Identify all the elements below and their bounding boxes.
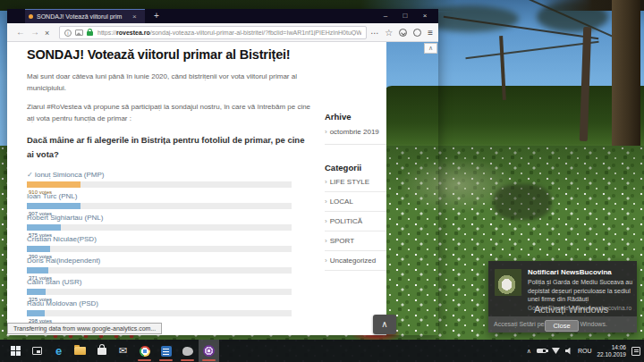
sidebar-archive-title: Arhive bbox=[325, 112, 386, 122]
desktop: SONDAJ! Votează viitorul prim × + – □ × … bbox=[0, 0, 644, 362]
start-button[interactable] bbox=[5, 340, 26, 362]
poll-option: Doris Rai(independent) 371 votes bbox=[27, 257, 292, 274]
poll-option-label[interactable]: Doris Rai(independent) bbox=[27, 257, 292, 265]
sidebar-category-link[interactable]: ›Uncategorized bbox=[325, 251, 386, 271]
windows-logo-icon bbox=[11, 346, 21, 356]
sidebar-category-link[interactable]: ›POLITICĂ bbox=[325, 212, 386, 232]
vote-count: 910 votes bbox=[27, 189, 52, 196]
account-icon[interactable] bbox=[413, 29, 421, 37]
tab-close-icon[interactable]: × bbox=[132, 13, 137, 21]
taskbar-store-button[interactable] bbox=[91, 340, 112, 362]
back-to-top-button[interactable]: ∧ bbox=[373, 315, 396, 334]
pocket-icon[interactable] bbox=[399, 29, 407, 37]
vote-count: 390 votes bbox=[27, 254, 52, 260]
poll-result-bar: 907 votes bbox=[27, 203, 292, 209]
window-minimize-button[interactable]: – bbox=[376, 9, 395, 23]
site-info-icon[interactable]: i bbox=[64, 29, 72, 37]
tor-browser-icon bbox=[203, 345, 215, 357]
stop-button[interactable]: × bbox=[45, 28, 49, 38]
new-tab-button[interactable]: + bbox=[150, 10, 163, 22]
article-paragraph: Ziarul #RoVestea vă propune să participa… bbox=[27, 101, 311, 124]
notification-body: Poliția și Garda de Mediu Suceava au dep… bbox=[528, 278, 633, 304]
forward-button[interactable]: → bbox=[30, 27, 39, 38]
sidebar-category-link[interactable]: ›SPORT bbox=[325, 232, 386, 251]
window-maximize-button[interactable]: □ bbox=[395, 9, 415, 23]
address-bar[interactable]: i https://rovestea.ro/sondaj-voteaza-vii… bbox=[59, 26, 367, 39]
notification-title: Notificari NewsBucovina bbox=[528, 268, 631, 276]
notification-center-icon[interactable] bbox=[631, 347, 640, 356]
poll-option-label[interactable]: Cristian Niculae(PSD) bbox=[27, 235, 292, 244]
taskbar-app2-button[interactable] bbox=[177, 340, 198, 362]
shopping-bag-icon bbox=[97, 348, 106, 355]
tray-expand-icon[interactable]: ∧ bbox=[527, 348, 531, 355]
permission-media-icon[interactable] bbox=[75, 29, 83, 36]
system-tray: ∧ ROU 14:0622.10.2019 bbox=[527, 344, 644, 358]
taskbar-clock[interactable]: 14:0622.10.2019 bbox=[597, 344, 626, 358]
taskbar-explorer-button[interactable] bbox=[70, 340, 90, 362]
taskbar-edge-button[interactable]: e bbox=[48, 340, 69, 362]
bookmark-star-icon[interactable]: ☆ bbox=[385, 29, 393, 38]
battery-icon[interactable] bbox=[537, 349, 547, 353]
taskbar-apps: e ✉ bbox=[0, 340, 219, 362]
browser-status-bar: Transferring data from www.google-analyt… bbox=[7, 323, 162, 334]
poll-option-label[interactable]: Robert Sighiartau (PNL) bbox=[27, 214, 292, 223]
https-lock-icon[interactable] bbox=[87, 31, 93, 36]
poll-option-label[interactable]: ✓Ionuț Simionca (PMP) bbox=[27, 171, 292, 180]
task-view-button[interactable] bbox=[27, 340, 47, 362]
article-title: SONDAJ! Votează viitorul primar al Bistr… bbox=[27, 47, 379, 63]
taskbar-app1-button[interactable] bbox=[156, 340, 176, 362]
chevron-right-icon: › bbox=[325, 217, 327, 225]
poll-results: ✓Ionuț Simionca (PMP) 910 votes Ioan Tur… bbox=[27, 171, 292, 316]
window-controls: – □ × bbox=[376, 9, 435, 23]
url-domain: rovestea.ro bbox=[116, 29, 150, 36]
poll-result-bar: 390 votes bbox=[27, 246, 292, 252]
navigation-bar: ← → × i https://rovestea.ro/sondaj-votea… bbox=[7, 23, 438, 42]
tab-bar: SONDAJ! Votează viitorul prim × + – □ × bbox=[7, 9, 438, 23]
vote-count: 371 votes bbox=[27, 275, 52, 282]
taskbar-chrome-button[interactable] bbox=[134, 340, 155, 362]
activate-windows-watermark: Activați Windows bbox=[534, 304, 608, 315]
chevron-right-icon: › bbox=[325, 198, 327, 206]
wifi-icon[interactable] bbox=[552, 348, 560, 354]
language-indicator[interactable]: ROU bbox=[578, 348, 592, 354]
poll-option-label[interactable]: Călin Stan (USR) bbox=[27, 278, 292, 287]
wallpaper-tree-trunk bbox=[612, 0, 640, 170]
window-close-button[interactable]: × bbox=[415, 9, 435, 23]
taskbar-tor-button[interactable] bbox=[199, 340, 219, 362]
toolbar-actions: ⋯ ☆ ≡ bbox=[370, 27, 433, 38]
sidebar-archive-link[interactable]: ›octombrie 2019 bbox=[325, 128, 386, 136]
divider bbox=[325, 144, 386, 145]
url-path: /sondaj-voteaza-viitorul-primar-al-bistr… bbox=[150, 29, 361, 36]
gray-app-icon bbox=[182, 347, 193, 356]
sidebar-categories-title: Categorii bbox=[325, 163, 386, 173]
chevron-right-icon: › bbox=[325, 257, 327, 265]
page-actions-icon[interactable]: ⋯ bbox=[370, 29, 378, 38]
folder-icon bbox=[74, 347, 86, 355]
clock-time: 14:06 bbox=[612, 344, 626, 350]
url-text: https://rovestea.ro/sondaj-voteaza-viito… bbox=[97, 29, 361, 36]
scrollbar-up-arrow[interactable]: ∧ bbox=[424, 43, 437, 54]
sidebar-category-link[interactable]: ›LOCAL bbox=[325, 192, 386, 212]
poll-option: Radu Moldovan (PSD) 298 votes bbox=[27, 299, 292, 316]
sidebar-category-link[interactable]: ›LIFE STYLE bbox=[325, 173, 386, 192]
tab-title: SONDAJ! Votează viitorul prim bbox=[37, 13, 130, 20]
url-protocol: https:// bbox=[97, 29, 116, 36]
notification-close-button[interactable]: Close bbox=[545, 320, 579, 332]
volume-icon[interactable] bbox=[565, 348, 572, 355]
poll-option-label[interactable]: Ioan Turc (PNL) bbox=[27, 192, 292, 201]
vote-count: 575 votes bbox=[27, 232, 52, 239]
poll-option-label[interactable]: Radu Moldovan (PSD) bbox=[27, 299, 292, 308]
back-button[interactable]: ← bbox=[16, 27, 25, 38]
wallpaper-shadow bbox=[494, 184, 551, 220]
article-paragraph: Mai sunt doar câteva luni până în iunie … bbox=[27, 71, 311, 94]
taskbar-mail-button[interactable]: ✉ bbox=[113, 340, 133, 362]
blue-app-icon bbox=[161, 346, 172, 357]
page-content: SONDAJ! Votează viitorul primar al Bistr… bbox=[7, 42, 386, 335]
browser-tab[interactable]: SONDAJ! Votează viitorul prim × bbox=[25, 9, 145, 23]
poll-question: Dacă mâine ar fi alegerile in Bistrița p… bbox=[27, 133, 309, 162]
vote-count: 325 votes bbox=[27, 297, 52, 303]
taskbar: e ✉ ∧ ROU 14:0622.10.2019 bbox=[0, 340, 644, 362]
chevron-right-icon: › bbox=[325, 237, 327, 245]
menu-hamburger-icon[interactable]: ≡ bbox=[428, 29, 433, 38]
vote-count: 907 votes bbox=[27, 211, 52, 217]
